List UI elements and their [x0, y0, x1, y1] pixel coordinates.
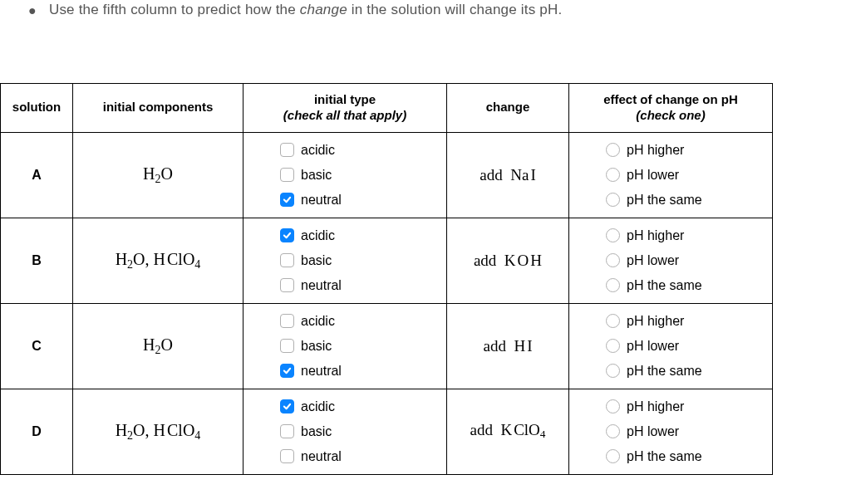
effect-same-radio[interactable] — [606, 364, 620, 378]
initial-components: H2O, HClO4 — [73, 389, 243, 474]
effect-higher-label: pH higher — [627, 397, 684, 417]
effect-same-radio[interactable] — [606, 193, 620, 207]
type-neutral-label: neutral — [301, 447, 342, 467]
type-acidic-checkbox[interactable] — [280, 399, 294, 413]
effect-lower-label: pH lower — [627, 336, 679, 356]
effect-same-label: pH the same — [627, 276, 702, 296]
type-acidic-label: acidic — [301, 226, 335, 246]
instruction-prefix: Use the fifth column to predict how the — [49, 2, 300, 17]
effect-lower-label: pH lower — [627, 165, 679, 185]
initial-components: H2O — [73, 303, 243, 389]
effect-cell: pH higher pH lower pH the same — [569, 389, 773, 474]
type-basic-checkbox[interactable] — [280, 424, 294, 438]
solution-table: solution initial components initial type… — [0, 83, 773, 475]
effect-same-label: pH the same — [627, 190, 702, 210]
header-effect-line1: effect of change on pH — [603, 92, 738, 106]
effect-cell: pH higher pH lower pH the same — [569, 132, 773, 218]
effect-lower-radio[interactable] — [606, 253, 620, 267]
effect-higher-label: pH higher — [627, 311, 684, 331]
initial-type-cell: acidic basic neutral — [243, 132, 447, 218]
effect-same-radio[interactable] — [606, 278, 620, 292]
header-initial-type: initial type (check all that apply) — [243, 84, 447, 133]
effect-same-label: pH the same — [627, 361, 702, 381]
type-basic-label: basic — [301, 165, 332, 185]
solution-label: B — [1, 218, 73, 303]
table-row: A H2O acidic basic neutral add NaI pH hi… — [1, 132, 773, 218]
type-neutral-label: neutral — [301, 190, 342, 210]
initial-components: H2O — [73, 132, 243, 218]
effect-higher-radio[interactable] — [606, 143, 620, 157]
type-acidic-label: acidic — [301, 311, 335, 331]
instruction-suffix: in the solution will change its pH. — [347, 2, 563, 17]
initial-type-cell: acidic basic neutral — [243, 218, 447, 303]
type-basic-label: basic — [301, 336, 332, 356]
effect-lower-label: pH lower — [627, 422, 679, 442]
initial-type-cell: acidic basic neutral — [243, 389, 447, 474]
effect-higher-radio[interactable] — [606, 314, 620, 328]
type-basic-label: basic — [301, 422, 332, 442]
effect-cell: pH higher pH lower pH the same — [569, 303, 773, 389]
instruction-italic: change — [300, 2, 347, 17]
effect-higher-label: pH higher — [627, 226, 684, 246]
type-neutral-checkbox[interactable] — [280, 364, 294, 378]
solution-label: C — [1, 303, 73, 389]
header-initial-type-line1: initial type — [314, 92, 376, 106]
solution-label: A — [1, 132, 73, 218]
initial-components: H2O, HClO4 — [73, 218, 243, 303]
header-effect: effect of change on pH (check one) — [569, 84, 773, 133]
effect-same-radio[interactable] — [606, 449, 620, 463]
effect-higher-radio[interactable] — [606, 399, 620, 413]
type-acidic-label: acidic — [301, 397, 335, 417]
effect-lower-radio[interactable] — [606, 424, 620, 438]
table-row: C H2O acidic basic neutral add HI pH hig… — [1, 303, 773, 389]
type-basic-checkbox[interactable] — [280, 253, 294, 267]
change-cell: add KOH — [447, 218, 569, 303]
effect-cell: pH higher pH lower pH the same — [569, 218, 773, 303]
effect-lower-radio[interactable] — [606, 168, 620, 182]
header-effect-line2: (check one) — [636, 108, 705, 122]
header-components: initial components — [73, 84, 243, 133]
type-acidic-label: acidic — [301, 140, 335, 160]
header-change: change — [447, 84, 569, 133]
instruction-line: ● Use the fifth column to predict how th… — [0, 0, 851, 18]
type-neutral-checkbox[interactable] — [280, 193, 294, 207]
type-neutral-label: neutral — [301, 276, 342, 296]
effect-lower-radio[interactable] — [606, 339, 620, 353]
type-acidic-checkbox[interactable] — [280, 228, 294, 242]
table-row: D H2O, HClO4 acidic basic neutral add KC… — [1, 389, 773, 474]
type-neutral-checkbox[interactable] — [280, 278, 294, 292]
bullet-icon: ● — [28, 3, 45, 18]
initial-type-cell: acidic basic neutral — [243, 303, 447, 389]
header-row: solution initial components initial type… — [1, 84, 773, 133]
change-cell: add NaI — [447, 132, 569, 218]
type-basic-checkbox[interactable] — [280, 168, 294, 182]
type-neutral-checkbox[interactable] — [280, 449, 294, 463]
type-basic-checkbox[interactable] — [280, 339, 294, 353]
header-initial-type-line2: (check all that apply) — [283, 108, 406, 122]
solution-label: D — [1, 389, 73, 474]
table-body: A H2O acidic basic neutral add NaI pH hi… — [1, 132, 773, 474]
table-row: B H2O, HClO4 acidic basic neutral add KO… — [1, 218, 773, 303]
change-cell: add KClO4 — [447, 389, 569, 474]
effect-higher-radio[interactable] — [606, 228, 620, 242]
type-basic-label: basic — [301, 251, 332, 271]
effect-higher-label: pH higher — [627, 140, 684, 160]
effect-lower-label: pH lower — [627, 251, 679, 271]
type-neutral-label: neutral — [301, 361, 342, 381]
type-acidic-checkbox[interactable] — [280, 143, 294, 157]
type-acidic-checkbox[interactable] — [280, 314, 294, 328]
header-solution: solution — [1, 84, 73, 133]
change-cell: add HI — [447, 303, 569, 389]
effect-same-label: pH the same — [627, 447, 702, 467]
